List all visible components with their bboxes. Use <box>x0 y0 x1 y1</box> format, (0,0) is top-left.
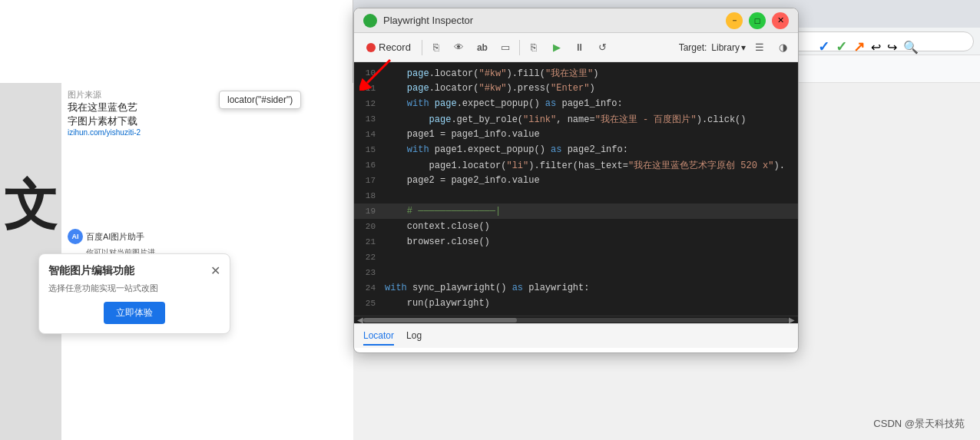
ab-toolbar-icon[interactable]: ab <box>473 38 492 57</box>
pause-icon[interactable]: ⏸ <box>571 38 589 57</box>
image-source-label: 图片来源 <box>68 89 347 101</box>
playwright-logo <box>363 14 377 28</box>
code-line-14: 14 page1 = page1_info.value <box>354 127 798 142</box>
play-icon[interactable]: ▶ <box>548 38 566 57</box>
right-toolbar-area: ✓ ✓ ↗ ↩ ↪ 🔍 <box>818 38 919 55</box>
playwright-window-title: Playwright Inspector <box>383 15 720 26</box>
record-label: Record <box>379 41 411 53</box>
target-value: Library <box>711 42 740 53</box>
tab-locator-label: Locator <box>363 330 394 341</box>
code-line-16: 16 page1.locator("li").filter(has_text="… <box>354 157 798 173</box>
dialog-title: 智能图片编辑功能 <box>48 264 134 278</box>
code-line-11: 11 page.locator("#kw").press("Enter") <box>354 81 798 96</box>
image-link[interactable]: izihun.com/yishuziti-2 <box>68 128 347 137</box>
toolbar-separator-1 <box>422 40 422 55</box>
code-editor[interactable]: 10 page.locator("#kw").fill("我在这里") 11 p… <box>354 62 798 316</box>
image-title-line1: 我在这里蓝色艺 <box>68 101 347 114</box>
image-title-line2: 字图片素材下载 <box>68 114 347 128</box>
tab-locator[interactable]: Locator <box>363 327 394 346</box>
code-line-12: 12 with page.expect_popup() as page1_inf… <box>354 96 798 111</box>
playwright-toolbar: Record ⎘ 👁 ab ▭ ⎘ ▶ ⏸ ↺ Target: Library … <box>354 33 798 62</box>
scroll-right-arrow[interactable]: ▶ <box>789 316 795 324</box>
ai-assistant-row: AI 百度AI图片助手 <box>68 229 347 244</box>
tab-log-label: Log <box>406 330 422 341</box>
code-line-17: 17 page2 = page2_info.value <box>354 173 798 188</box>
checkmark-green-icon[interactable]: ✓ <box>836 38 847 55</box>
scrollbar-track[interactable] <box>363 318 789 323</box>
dialog-close-btn[interactable]: ✕ <box>210 263 220 278</box>
tab-log[interactable]: Log <box>406 327 422 346</box>
ai-assistant-label: 百度AI图片助手 <box>86 231 144 243</box>
code-line-18: 18 <box>354 188 798 203</box>
target-dropdown[interactable]: Library ▾ <box>711 42 746 53</box>
watermark-text: CSDN @景天科技苑 <box>873 418 965 429</box>
scrollbar-thumb[interactable] <box>363 318 517 323</box>
code-line-10: 10 page.locator("#kw").fill("我在这里") <box>354 65 798 81</box>
image-edit-dialog: 智能图片编辑功能 ✕ 选择任意功能实现一站式改图 立即体验 <box>38 253 230 334</box>
target-section: Target: Library ▾ ☰ ◑ <box>679 38 792 57</box>
code-line-13: 13 page.get_by_role("link", name="我在这里 -… <box>354 111 798 127</box>
code-line-20: 20 context.close() <box>354 219 798 234</box>
theme-icon[interactable]: ◑ <box>773 38 792 57</box>
copy2-toolbar-icon[interactable]: ⎘ <box>525 38 543 57</box>
record-indicator <box>366 43 376 52</box>
playwright-title-bar: Playwright Inspector － □ ✕ <box>354 8 798 33</box>
scroll-left-arrow[interactable]: ◀ <box>357 316 363 324</box>
dialog-description: 选择任意功能实现一站式改图 <box>48 283 220 294</box>
svg-point-0 <box>366 17 374 25</box>
redo-icon[interactable]: ↪ <box>887 40 897 55</box>
window-minimize-btn[interactable]: － <box>726 12 743 29</box>
list-icon[interactable]: ☰ <box>750 38 769 57</box>
locator-tooltip: locator("#sider") <box>219 91 301 109</box>
window-maximize-btn[interactable]: □ <box>749 12 766 29</box>
code-line-19: 19 # ——————————————| <box>354 203 798 219</box>
character-display: 文 <box>4 170 58 242</box>
target-label: Target: <box>679 42 707 53</box>
locator-tooltip-text: locator("#sider") <box>227 94 293 105</box>
playwright-inspector-window: Playwright Inspector － □ ✕ Record ⎘ 👁 ab… <box>353 8 799 353</box>
checkmark-blue-icon[interactable]: ✓ <box>818 38 829 55</box>
dialog-cta-button[interactable]: 立即体验 <box>104 302 165 324</box>
dialog-header: 智能图片编辑功能 ✕ <box>48 263 220 278</box>
code-line-25: 25 run(playwright) <box>354 296 798 311</box>
code-line-21: 21 browser.close() <box>354 234 798 250</box>
rect-toolbar-icon[interactable]: ▭ <box>496 38 515 57</box>
bottom-tab-bar: Locator Log <box>354 323 798 348</box>
ai-icon: AI <box>68 229 83 244</box>
horizontal-scrollbar[interactable]: ◀ ▶ <box>354 316 798 323</box>
search-icon[interactable]: 🔍 <box>903 40 919 55</box>
record-button[interactable]: Record <box>360 38 417 56</box>
image-source-section: 图片来源 我在这里蓝色艺 字图片素材下载 izihun.com/yishuzit… <box>68 89 347 137</box>
eye-toolbar-icon[interactable]: 👁 <box>450 38 468 57</box>
code-line-22: 22 <box>354 250 798 265</box>
refresh-icon[interactable]: ↺ <box>594 38 612 57</box>
copy-page-icon[interactable]: ⎘ <box>427 38 445 57</box>
arrow-up-right-icon[interactable]: ↗ <box>853 38 865 55</box>
code-line-24: 24 with sync_playwright() as playwright: <box>354 280 798 296</box>
toolbar-separator-2 <box>519 40 520 55</box>
code-line-23: 23 <box>354 265 798 280</box>
window-close-btn[interactable]: ✕ <box>772 12 789 29</box>
csdn-watermark: CSDN @景天科技苑 <box>873 417 965 431</box>
chevron-down-icon: ▾ <box>741 42 746 53</box>
code-line-15: 15 with page1.expect_popup() as page2_in… <box>354 142 798 157</box>
undo-icon[interactable]: ↩ <box>871 40 881 55</box>
